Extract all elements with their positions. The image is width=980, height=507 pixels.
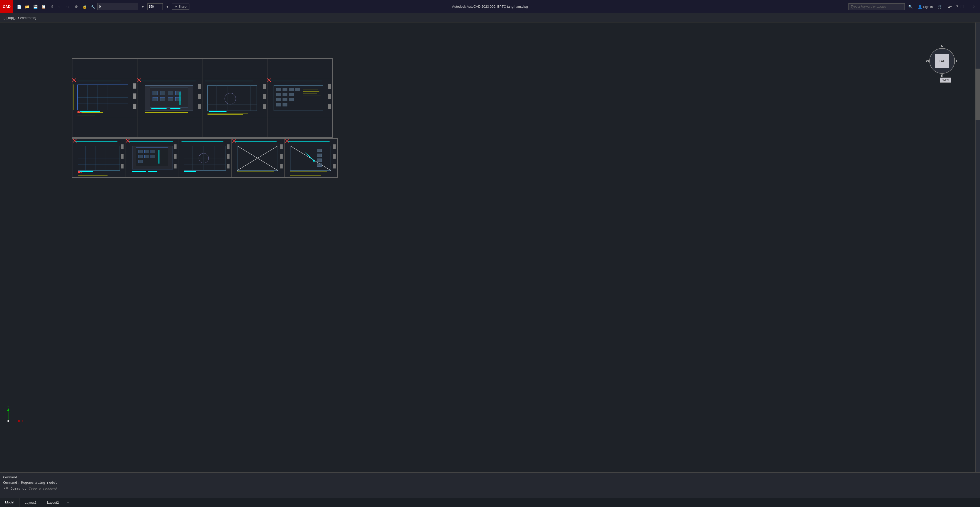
svg-rect-128: [174, 164, 177, 168]
cad-panel-8[interactable]: [231, 139, 284, 177]
cad-panel-2[interactable]: [137, 59, 202, 137]
layer-dropdown-icon[interactable]: ▼: [139, 3, 146, 10]
cad-panel-5[interactable]: [72, 139, 125, 177]
svg-rect-175: [333, 145, 336, 149]
svg-rect-87: [328, 104, 331, 109]
svg-rect-74: [277, 98, 281, 101]
svg-rect-85: [328, 84, 331, 89]
cad-panel-9[interactable]: [284, 139, 337, 177]
command-line-1: Command:: [3, 475, 977, 480]
sign-in-button[interactable]: 👤 Sign In: [916, 3, 934, 10]
command-area: Command: Command: Regenerating model. ▼☰…: [0, 472, 980, 498]
number-box[interactable]: 150: [148, 3, 163, 10]
minimize-button[interactable]: −: [945, 0, 956, 13]
svg-rect-158: [280, 164, 283, 168]
cad-panel-3[interactable]: [202, 59, 267, 137]
restore-button[interactable]: ❐: [956, 0, 968, 13]
redo-icon[interactable]: ↪: [65, 3, 72, 10]
svg-rect-107: [121, 154, 124, 159]
svg-rect-105: [80, 172, 82, 173]
save-as-icon[interactable]: 📋: [40, 3, 47, 10]
svg-rect-21: [133, 83, 136, 89]
svg-rect-38: [151, 108, 166, 109]
svg-rect-123: [132, 171, 146, 172]
main-viewport: N S W E TOP WCS: [0, 22, 975, 472]
svg-rect-56: [209, 111, 226, 112]
svg-rect-124: [148, 171, 157, 172]
search-box[interactable]: Type a keyword or phrase: [848, 3, 905, 10]
close-button[interactable]: ×: [968, 0, 980, 13]
svg-rect-59: [263, 84, 266, 89]
svg-rect-61: [263, 104, 266, 109]
wcs-button[interactable]: WCS: [940, 78, 951, 83]
svg-rect-78: [283, 103, 287, 106]
cart-icon[interactable]: 🛒: [936, 3, 943, 10]
title-bar: CAD 📄 📂 💾 📋 🖨 ↩ ↪ ⚙ 🔒 🔧 0 ▼ 150 ▼ ✈ Shar…: [0, 0, 980, 13]
tab-layout2[interactable]: Layout2: [42, 498, 64, 507]
open-icon[interactable]: 📂: [24, 3, 31, 10]
svg-rect-72: [283, 93, 287, 96]
tab-model[interactable]: Model: [0, 498, 19, 507]
svg-rect-144: [227, 154, 229, 159]
misc-icon1[interactable]: ⚙: [73, 3, 80, 10]
print-icon[interactable]: 🖨: [48, 3, 55, 10]
svg-rect-127: [174, 154, 177, 159]
svg-rect-165: [317, 149, 321, 152]
add-tab-button[interactable]: +: [64, 498, 72, 507]
svg-rect-62: [267, 78, 332, 118]
svg-rect-126: [174, 145, 177, 149]
compass-west: W: [926, 59, 929, 63]
compass-north: N: [941, 44, 943, 48]
svg-rect-44: [179, 92, 181, 105]
svg-rect-30: [153, 91, 158, 95]
title-right: Type a keyword or phrase 🔍 👤 Sign In 🛒 ▲…: [848, 3, 959, 10]
svg-rect-176: [333, 154, 336, 159]
svg-rect-145: [227, 164, 229, 168]
command-input[interactable]: [29, 486, 131, 490]
svg-rect-117: [151, 150, 155, 153]
svg-text:Y: Y: [7, 406, 9, 408]
undo-icon[interactable]: ↩: [56, 3, 64, 10]
misc-icon2[interactable]: 🔒: [81, 3, 88, 10]
cad-logo[interactable]: CAD: [0, 0, 13, 13]
svg-rect-122: [158, 150, 160, 164]
svg-rect-168: [317, 164, 321, 167]
svg-rect-36: [168, 97, 173, 101]
svg-rect-22: [133, 94, 136, 99]
tab-layout1[interactable]: Layout1: [19, 498, 42, 507]
cad-panel-1[interactable]: [72, 59, 137, 137]
num-dropdown-icon[interactable]: ▼: [164, 3, 171, 10]
svg-rect-60: [263, 94, 266, 99]
cad-panel-6[interactable]: [125, 139, 178, 177]
scrollbar-right[interactable]: [975, 22, 980, 472]
svg-rect-71: [277, 93, 281, 96]
share-button[interactable]: ✈ Share: [172, 3, 189, 10]
svg-rect-31: [160, 91, 165, 95]
cad-panel-4[interactable]: [267, 59, 332, 137]
svg-rect-70: [295, 88, 300, 91]
save-icon[interactable]: 💾: [32, 3, 39, 10]
cad-panel-7[interactable]: [178, 139, 231, 177]
title-center: Autodesk AutoCAD 2023 009. BPTC tang ham…: [452, 5, 528, 8]
svg-rect-42: [198, 94, 201, 99]
top-view-button[interactable]: TOP: [935, 54, 949, 68]
svg-rect-115: [138, 150, 143, 153]
svg-marker-182: [18, 420, 21, 422]
svg-rect-73: [289, 93, 294, 96]
search-button[interactable]: 🔍: [907, 3, 914, 10]
svg-rect-86: [328, 94, 331, 99]
command-line-2: Command: Regenerating model.: [3, 480, 977, 485]
svg-rect-157: [280, 154, 283, 159]
layer-selector[interactable]: 0: [97, 3, 138, 10]
command-input-row: ▼☰ Command:: [3, 486, 977, 490]
svg-rect-23: [133, 104, 136, 109]
new-icon[interactable]: 📄: [15, 3, 22, 10]
svg-rect-116: [145, 150, 149, 153]
svg-rect-32: [168, 91, 173, 95]
scrollbar-thumb[interactable]: [975, 68, 980, 120]
misc-icon3[interactable]: 🔧: [89, 3, 96, 10]
command-prompt: Command:: [11, 486, 27, 490]
svg-rect-39: [170, 108, 180, 109]
svg-rect-121: [138, 160, 143, 163]
compass-circle: N S W E TOP: [929, 48, 955, 74]
